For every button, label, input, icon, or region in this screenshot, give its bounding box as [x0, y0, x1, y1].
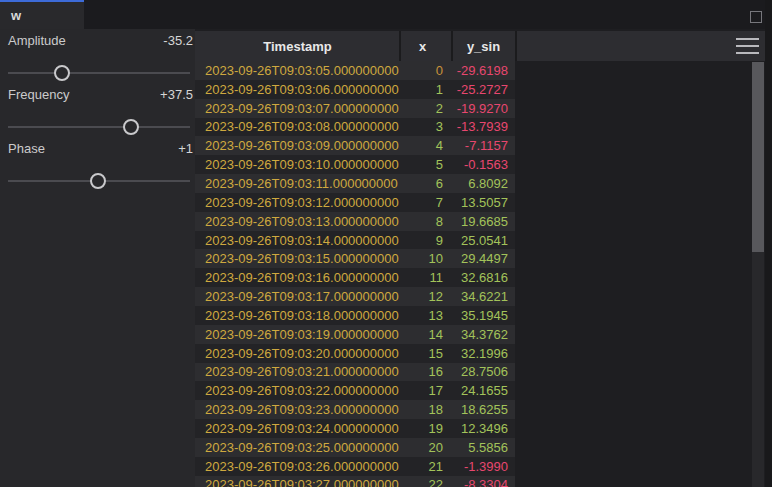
amplitude-value: -35.2: [163, 33, 193, 48]
cell-y-sin: 6.8092: [449, 176, 513, 191]
table-row[interactable]: 2023-09-26T09:03:13.000000000 8 19.6685: [195, 212, 515, 231]
cell-timestamp: 2023-09-26T09:03:26.000000000: [195, 459, 399, 474]
column-header-x[interactable]: x: [400, 31, 445, 61]
table-row[interactable]: 2023-09-26T09:03:07.000000000 2 -19.9270: [195, 99, 515, 118]
table-row[interactable]: 2023-09-26T09:03:11.000000000 6 6.8092: [195, 174, 515, 193]
cell-timestamp: 2023-09-26T09:03:22.000000000: [195, 383, 399, 398]
table-row[interactable]: 2023-09-26T09:03:20.000000000 15 32.1996: [195, 344, 515, 363]
table-row[interactable]: 2023-09-26T09:03:12.000000000 7 13.5057: [195, 193, 515, 212]
cell-y-sin: 12.3496: [449, 421, 513, 436]
tab-w[interactable]: w: [0, 0, 84, 29]
cell-timestamp: 2023-09-26T09:03:05.000000000: [195, 63, 399, 78]
cell-x: 17: [399, 383, 449, 398]
cell-y-sin: -29.6198: [449, 63, 513, 78]
cell-y-sin: -19.9270: [449, 101, 513, 116]
control-amplitude: Amplitude -35.2: [0, 31, 195, 83]
cell-y-sin: 28.7506: [449, 364, 513, 379]
table-row[interactable]: 2023-09-26T09:03:24.000000000 19 12.3496: [195, 419, 515, 438]
slider-track: [8, 72, 190, 74]
table-header: Timestamp x y_sin: [195, 31, 765, 61]
cell-y-sin: 34.3762: [449, 327, 513, 342]
cell-x: 19: [399, 421, 449, 436]
frequency-slider[interactable]: [0, 117, 195, 137]
cell-x: 15: [399, 346, 449, 361]
cell-timestamp: 2023-09-26T09:03:17.000000000: [195, 289, 399, 304]
cell-y-sin: 29.4497: [449, 251, 513, 266]
cell-y-sin: 25.0541: [449, 233, 513, 248]
cell-timestamp: 2023-09-26T09:03:09.000000000: [195, 138, 399, 153]
cell-x: 14: [399, 327, 449, 342]
cell-y-sin: -8.3304: [449, 477, 513, 487]
hamburger-menu-icon[interactable]: [736, 38, 759, 54]
table-row[interactable]: 2023-09-26T09:03:08.000000000 3 -13.7939: [195, 118, 515, 137]
tab-label: w: [11, 8, 21, 23]
table-row[interactable]: 2023-09-26T09:03:17.000000000 12 34.6221: [195, 287, 515, 306]
cell-timestamp: 2023-09-26T09:03:25.000000000: [195, 440, 399, 455]
cell-timestamp: 2023-09-26T09:03:23.000000000: [195, 402, 399, 417]
cell-y-sin: -13.7939: [449, 119, 513, 134]
table-row[interactable]: 2023-09-26T09:03:19.000000000 14 34.3762: [195, 325, 515, 344]
cell-x: 8: [399, 214, 449, 229]
phase-value: +1: [178, 141, 193, 156]
table-row[interactable]: 2023-09-26T09:03:22.000000000 17 24.1655: [195, 381, 515, 400]
column-header-timestamp[interactable]: Timestamp: [196, 31, 399, 61]
cell-timestamp: 2023-09-26T09:03:18.000000000: [195, 308, 399, 323]
cell-timestamp: 2023-09-26T09:03:10.000000000: [195, 157, 399, 172]
cell-y-sin: 5.5856: [449, 440, 513, 455]
cell-x: 0: [399, 63, 449, 78]
amplitude-slider[interactable]: [0, 63, 195, 83]
maximize-square-icon[interactable]: [750, 11, 762, 23]
cell-x: 10: [399, 251, 449, 266]
phase-slider[interactable]: [0, 171, 195, 191]
table-row[interactable]: 2023-09-26T09:03:25.000000000 20 5.5856: [195, 438, 515, 457]
table-row[interactable]: 2023-09-26T09:03:15.000000000 10 29.4497: [195, 249, 515, 268]
table-row[interactable]: 2023-09-26T09:03:26.000000000 21 -1.3990: [195, 457, 515, 476]
phase-label: Phase: [8, 141, 45, 156]
cell-x: 6: [399, 176, 449, 191]
frequency-label: Frequency: [8, 87, 69, 102]
slider-track: [8, 126, 190, 128]
cell-x: 1: [399, 82, 449, 97]
cell-timestamp: 2023-09-26T09:03:24.000000000: [195, 421, 399, 436]
cell-x: 20: [399, 440, 449, 455]
table-row[interactable]: 2023-09-26T09:03:10.000000000 5 -0.1563: [195, 155, 515, 174]
controls-panel: Amplitude -35.2 Frequency +37.5 Phase +1: [0, 29, 195, 487]
slider-handle[interactable]: [123, 119, 139, 135]
cell-y-sin: 32.6816: [449, 270, 513, 285]
table-row[interactable]: 2023-09-26T09:03:18.000000000 13 35.1945: [195, 306, 515, 325]
cell-timestamp: 2023-09-26T09:03:13.000000000: [195, 214, 399, 229]
cell-y-sin: 19.6685: [449, 214, 513, 229]
cell-timestamp: 2023-09-26T09:03:12.000000000: [195, 195, 399, 210]
cell-x: 22: [399, 477, 449, 487]
scrollbar-handle[interactable]: [752, 62, 764, 252]
cell-y-sin: -1.3990: [449, 459, 513, 474]
cell-x: 4: [399, 138, 449, 153]
table-row[interactable]: 2023-09-26T09:03:05.000000000 0 -29.6198: [195, 61, 515, 80]
cell-y-sin: 24.1655: [449, 383, 513, 398]
slider-handle[interactable]: [54, 65, 70, 81]
table-row[interactable]: 2023-09-26T09:03:06.000000000 1 -25.2727: [195, 80, 515, 99]
column-header-y-sin[interactable]: y_sin: [452, 31, 515, 61]
top-bar: w: [0, 0, 772, 29]
cell-x: 12: [399, 289, 449, 304]
cell-timestamp: 2023-09-26T09:03:21.000000000: [195, 364, 399, 379]
cell-timestamp: 2023-09-26T09:03:06.000000000: [195, 82, 399, 97]
cell-y-sin: -7.1157: [449, 138, 513, 153]
table-row[interactable]: 2023-09-26T09:03:21.000000000 16 28.7506: [195, 363, 515, 382]
amplitude-label: Amplitude: [8, 33, 66, 48]
cell-timestamp: 2023-09-26T09:03:19.000000000: [195, 327, 399, 342]
cell-x: 16: [399, 364, 449, 379]
cell-y-sin: 32.1996: [449, 346, 513, 361]
table-row[interactable]: 2023-09-26T09:03:27.000000000 22 -8.3304: [195, 476, 515, 487]
control-frequency: Frequency +37.5: [0, 85, 195, 137]
table-row[interactable]: 2023-09-26T09:03:23.000000000 18 18.6255: [195, 400, 515, 419]
cell-timestamp: 2023-09-26T09:03:16.000000000: [195, 270, 399, 285]
vertical-scrollbar[interactable]: [752, 62, 764, 487]
table-row[interactable]: 2023-09-26T09:03:14.000000000 9 25.0541: [195, 231, 515, 250]
cell-x: 11: [399, 270, 449, 285]
slider-handle[interactable]: [90, 173, 106, 189]
cell-y-sin: 18.6255: [449, 402, 513, 417]
table-row[interactable]: 2023-09-26T09:03:16.000000000 11 32.6816: [195, 268, 515, 287]
cell-x: 18: [399, 402, 449, 417]
table-row[interactable]: 2023-09-26T09:03:09.000000000 4 -7.1157: [195, 136, 515, 155]
